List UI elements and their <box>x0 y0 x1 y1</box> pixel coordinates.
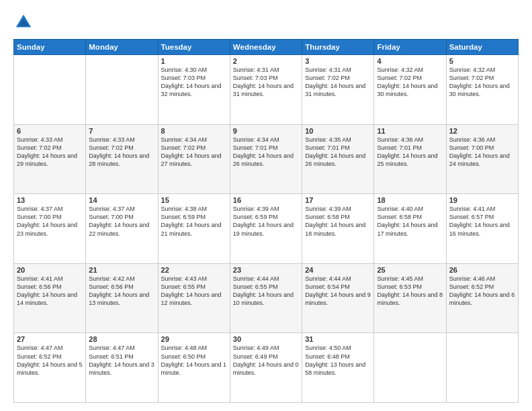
day-number: 31 <box>305 335 371 343</box>
day-number: 6 <box>17 127 83 135</box>
calendar-week-1: 1Sunrise: 4:30 AMSunset: 7:03 PMDaylight… <box>14 55 519 125</box>
calendar-header-row: SundayMondayTuesdayWednesdayThursdayFrid… <box>14 40 519 55</box>
calendar-week-4: 20Sunrise: 4:41 AMSunset: 6:56 PMDayligh… <box>14 263 519 333</box>
day-info: Sunrise: 4:44 AMSunset: 6:55 PMDaylight:… <box>233 275 299 308</box>
calendar-table: SundayMondayTuesdayWednesdayThursdayFrid… <box>13 39 519 403</box>
day-info: Sunrise: 4:39 AMSunset: 6:59 PMDaylight:… <box>233 205 299 238</box>
calendar-header-thursday: Thursday <box>302 40 374 55</box>
day-info: Sunrise: 4:36 AMSunset: 7:00 PMDaylight:… <box>449 136 515 169</box>
day-number: 3 <box>305 57 371 65</box>
day-number: 21 <box>89 266 154 274</box>
calendar-header-wednesday: Wednesday <box>230 40 302 55</box>
calendar-cell: 28Sunrise: 4:47 AMSunset: 6:51 PMDayligh… <box>86 333 158 403</box>
day-number: 9 <box>233 127 299 135</box>
day-number: 12 <box>449 127 515 135</box>
day-info: Sunrise: 4:40 AMSunset: 6:58 PMDaylight:… <box>377 205 443 238</box>
page: SundayMondayTuesdayWednesdayThursdayFrid… <box>0 0 532 411</box>
header <box>13 12 519 32</box>
calendar-cell: 29Sunrise: 4:48 AMSunset: 6:50 PMDayligh… <box>158 333 230 403</box>
day-number: 14 <box>89 196 154 204</box>
day-info: Sunrise: 4:37 AMSunset: 7:00 PMDaylight:… <box>17 205 83 238</box>
day-info: Sunrise: 4:37 AMSunset: 7:00 PMDaylight:… <box>89 205 154 238</box>
logo <box>13 12 38 32</box>
calendar-week-3: 13Sunrise: 4:37 AMSunset: 7:00 PMDayligh… <box>14 194 519 264</box>
day-info: Sunrise: 4:44 AMSunset: 6:54 PMDaylight:… <box>305 275 371 308</box>
calendar-cell: 22Sunrise: 4:43 AMSunset: 6:55 PMDayligh… <box>158 263 230 333</box>
calendar-cell: 14Sunrise: 4:37 AMSunset: 7:00 PMDayligh… <box>86 194 158 264</box>
calendar-header-saturday: Saturday <box>446 40 518 55</box>
day-info: Sunrise: 4:47 AMSunset: 6:51 PMDaylight:… <box>89 344 154 377</box>
day-info: Sunrise: 4:34 AMSunset: 7:02 PMDaylight:… <box>161 136 227 169</box>
day-number: 7 <box>89 127 154 135</box>
calendar-header-monday: Monday <box>86 40 158 55</box>
day-number: 23 <box>233 266 299 274</box>
calendar-cell: 7Sunrise: 4:33 AMSunset: 7:02 PMDaylight… <box>86 124 158 194</box>
calendar-cell <box>446 333 518 403</box>
calendar-cell: 31Sunrise: 4:50 AMSunset: 6:48 PMDayligh… <box>302 333 374 403</box>
calendar-cell: 23Sunrise: 4:44 AMSunset: 6:55 PMDayligh… <box>230 263 302 333</box>
calendar-cell: 5Sunrise: 4:32 AMSunset: 7:02 PMDaylight… <box>446 55 518 125</box>
day-info: Sunrise: 4:49 AMSunset: 6:49 PMDaylight:… <box>233 344 299 377</box>
day-info: Sunrise: 4:41 AMSunset: 6:56 PMDaylight:… <box>17 275 83 308</box>
day-info: Sunrise: 4:39 AMSunset: 6:58 PMDaylight:… <box>305 205 371 238</box>
day-number: 8 <box>161 127 227 135</box>
day-info: Sunrise: 4:32 AMSunset: 7:02 PMDaylight:… <box>377 66 443 99</box>
day-info: Sunrise: 4:34 AMSunset: 7:01 PMDaylight:… <box>233 136 299 169</box>
calendar-cell: 27Sunrise: 4:47 AMSunset: 6:52 PMDayligh… <box>14 333 86 403</box>
calendar-header-tuesday: Tuesday <box>158 40 230 55</box>
day-number: 30 <box>233 335 299 343</box>
calendar-header-friday: Friday <box>374 40 446 55</box>
day-number: 17 <box>305 196 371 204</box>
calendar-cell: 30Sunrise: 4:49 AMSunset: 6:49 PMDayligh… <box>230 333 302 403</box>
calendar-cell: 18Sunrise: 4:40 AMSunset: 6:58 PMDayligh… <box>374 194 446 264</box>
day-info: Sunrise: 4:31 AMSunset: 7:03 PMDaylight:… <box>233 66 299 99</box>
day-number: 10 <box>305 127 371 135</box>
calendar-cell: 2Sunrise: 4:31 AMSunset: 7:03 PMDaylight… <box>230 55 302 125</box>
day-info: Sunrise: 4:50 AMSunset: 6:48 PMDaylight:… <box>305 344 371 377</box>
day-number: 5 <box>449 57 515 65</box>
calendar-cell: 12Sunrise: 4:36 AMSunset: 7:00 PMDayligh… <box>446 124 518 194</box>
calendar-cell: 11Sunrise: 4:36 AMSunset: 7:01 PMDayligh… <box>374 124 446 194</box>
day-info: Sunrise: 4:32 AMSunset: 7:02 PMDaylight:… <box>449 66 515 99</box>
calendar-cell: 24Sunrise: 4:44 AMSunset: 6:54 PMDayligh… <box>302 263 374 333</box>
day-number: 22 <box>161 266 227 274</box>
calendar-cell: 16Sunrise: 4:39 AMSunset: 6:59 PMDayligh… <box>230 194 302 264</box>
calendar-cell: 20Sunrise: 4:41 AMSunset: 6:56 PMDayligh… <box>14 263 86 333</box>
day-number: 13 <box>17 196 83 204</box>
day-number: 18 <box>377 196 443 204</box>
day-number: 28 <box>89 335 154 343</box>
calendar-cell: 17Sunrise: 4:39 AMSunset: 6:58 PMDayligh… <box>302 194 374 264</box>
calendar-cell <box>14 55 86 125</box>
calendar-cell: 21Sunrise: 4:42 AMSunset: 6:56 PMDayligh… <box>86 263 158 333</box>
day-info: Sunrise: 4:45 AMSunset: 6:53 PMDaylight:… <box>377 275 443 308</box>
day-number: 11 <box>377 127 443 135</box>
day-info: Sunrise: 4:48 AMSunset: 6:50 PMDaylight:… <box>161 344 227 377</box>
day-info: Sunrise: 4:42 AMSunset: 6:56 PMDaylight:… <box>89 275 154 308</box>
calendar-cell: 9Sunrise: 4:34 AMSunset: 7:01 PMDaylight… <box>230 124 302 194</box>
calendar-cell: 1Sunrise: 4:30 AMSunset: 7:03 PMDaylight… <box>158 55 230 125</box>
day-number: 27 <box>17 335 83 343</box>
day-number: 16 <box>233 196 299 204</box>
day-number: 4 <box>377 57 443 65</box>
day-info: Sunrise: 4:33 AMSunset: 7:02 PMDaylight:… <box>89 136 154 169</box>
day-number: 1 <box>161 57 227 65</box>
day-info: Sunrise: 4:30 AMSunset: 7:03 PMDaylight:… <box>161 66 227 99</box>
calendar-header-sunday: Sunday <box>14 40 86 55</box>
calendar-cell: 25Sunrise: 4:45 AMSunset: 6:53 PMDayligh… <box>374 263 446 333</box>
logo-icon <box>13 12 34 32</box>
day-number: 2 <box>233 57 299 65</box>
calendar-cell: 10Sunrise: 4:35 AMSunset: 7:01 PMDayligh… <box>302 124 374 194</box>
day-info: Sunrise: 4:33 AMSunset: 7:02 PMDaylight:… <box>17 136 83 169</box>
day-info: Sunrise: 4:38 AMSunset: 6:59 PMDaylight:… <box>161 205 227 238</box>
calendar-cell: 19Sunrise: 4:41 AMSunset: 6:57 PMDayligh… <box>446 194 518 264</box>
calendar-cell <box>374 333 446 403</box>
day-info: Sunrise: 4:47 AMSunset: 6:52 PMDaylight:… <box>17 344 83 377</box>
calendar-cell: 3Sunrise: 4:31 AMSunset: 7:02 PMDaylight… <box>302 55 374 125</box>
calendar-cell: 8Sunrise: 4:34 AMSunset: 7:02 PMDaylight… <box>158 124 230 194</box>
day-number: 25 <box>377 266 443 274</box>
day-info: Sunrise: 4:43 AMSunset: 6:55 PMDaylight:… <box>161 275 227 308</box>
day-number: 29 <box>161 335 227 343</box>
day-info: Sunrise: 4:35 AMSunset: 7:01 PMDaylight:… <box>305 136 371 169</box>
calendar-cell: 4Sunrise: 4:32 AMSunset: 7:02 PMDaylight… <box>374 55 446 125</box>
calendar-cell <box>86 55 158 125</box>
